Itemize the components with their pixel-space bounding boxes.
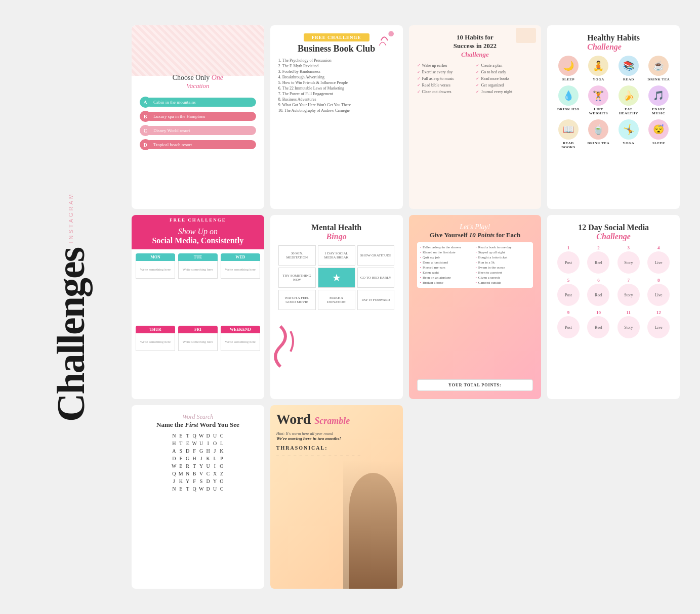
tue-header: TUE: [178, 253, 218, 261]
healthy-habits-title: Healthy Habits Challenge: [587, 33, 640, 52]
day-4: 4 Live: [646, 245, 672, 274]
points-item: Camped outside: [475, 281, 530, 285]
card1-heading: Choose Only One: [173, 74, 223, 82]
letter: Q: [192, 433, 196, 438]
weekend-header: WEEKEND: [221, 326, 260, 333]
letter: P: [219, 456, 224, 461]
icons-grid: 🌙 SLEEP 🧘 YOGA 📚 READ ☕ DRINK TEA 💧: [555, 56, 672, 149]
word-scramble-card: Word Scramble Hint: It's warm here all y…: [270, 405, 403, 589]
letter: O: [219, 463, 224, 469]
points-item: Been to a protest: [475, 271, 530, 275]
letter: J: [213, 448, 217, 454]
twelve-day-title: 12 Day Social Media Challenge: [578, 223, 649, 241]
sleep-icon: 🌙: [558, 56, 579, 76]
letter: C: [205, 471, 210, 476]
letter: N: [172, 433, 176, 438]
person-silhouette: [349, 473, 397, 589]
letter: O: [219, 478, 224, 484]
habit-icon-books: 📖 READ BOOKS: [555, 119, 581, 149]
twelve-day-card: 12 Day Social Media Challenge 1 Post 2 R…: [547, 215, 680, 399]
letter: D: [205, 486, 210, 492]
weights-icon: 🏋️: [588, 85, 608, 106]
yoga-icon: 🧘: [588, 56, 608, 76]
give-points-heading: Give Yourself 10 Points for Each: [417, 231, 533, 239]
fri-header: FRI: [178, 326, 218, 333]
bingo-star-cell: ★: [318, 268, 355, 288]
mon-header: MON: [136, 253, 175, 261]
book-item: 6. The 22 Immutable Laws of Marketing: [278, 86, 395, 91]
letter: H: [192, 456, 196, 461]
book-item: 3. Fooled by Randomness: [278, 69, 395, 74]
cards-grid: Choose Only One Vacation A Cabin in the …: [127, 20, 685, 594]
book-item: 9. What Got Your Here Won't Get You Ther…: [278, 103, 395, 107]
card-bg-decor: [132, 25, 264, 76]
option-text-c: Disney World resort: [145, 126, 256, 135]
bingo-cell: TRY SOMETHING NEW: [278, 268, 316, 288]
day-2-circle: Reel: [587, 251, 609, 274]
letter: W: [172, 463, 176, 469]
instagram-label: INSTAGRAM: [68, 192, 74, 243]
card1-subheading: Vacation: [186, 82, 210, 90]
letter: I: [205, 441, 210, 446]
habit-icon-water: 💧 DRINK H2O: [555, 85, 581, 115]
habit-item: Exercise every day: [417, 70, 474, 74]
book-item: 7. The Power of Full Engagement: [278, 92, 395, 96]
habit-icon-coffee: 🍵 DRINK TEA: [586, 119, 611, 149]
day-mon: MON Write something here: [136, 253, 175, 323]
letter: Q: [192, 486, 196, 492]
habit-icon-sleep: 🌙 SLEEP: [555, 56, 581, 81]
habit-item: Read bible verses: [417, 83, 474, 87]
habit-item: Journal every night: [476, 90, 533, 94]
book-item: 2. The E-Myth Revisited: [278, 64, 395, 68]
book-item: 5. How to Win Friends & Influence People: [278, 80, 395, 85]
habit-item: Get organized: [476, 83, 533, 87]
letter: H: [172, 441, 176, 446]
mental-health-title: Mental Health Bingo: [278, 223, 395, 241]
word-search-card: Word Search Name the First Word You See …: [132, 405, 264, 589]
day-weekend: WEEKEND Write something here: [221, 326, 260, 395]
habit-icon-food: 🍌 EAT HEALTHY: [615, 85, 641, 115]
day-8: 8 Live: [646, 278, 672, 306]
letter: C: [219, 433, 224, 438]
bingo-cell: WATCH A FEEL GOOD MOVIE: [278, 290, 316, 310]
vacation-option-b: B Luxury spa in the Hamptons: [140, 111, 256, 122]
letter: D: [185, 448, 190, 454]
left-title-area: INSTAGRAM Challenges: [15, 20, 127, 594]
letter: T: [192, 463, 196, 469]
option-letter-d: D: [140, 139, 151, 150]
letter: U: [213, 433, 217, 438]
day-10-circle: Reel: [587, 316, 609, 338]
points-list: Fallen asleep in the shower Read a book …: [417, 242, 533, 288]
bingo-cell: SHOW GRATITUDE: [357, 245, 395, 266]
letter: W: [199, 486, 203, 492]
letter: W: [199, 433, 203, 438]
day-7: 7 Story: [615, 278, 641, 306]
letter: Q: [172, 471, 176, 476]
mon-content: Write something here: [136, 261, 175, 279]
day-11: 11 Story: [615, 310, 641, 338]
points-item: Done a handstand: [420, 260, 475, 265]
letter: W: [192, 441, 196, 446]
letter: D: [205, 433, 210, 438]
social-media-card: FREE CHALLENGE Show Up on Social Media, …: [132, 215, 264, 399]
letter: R: [185, 463, 190, 469]
habit-icon-tea: ☕ DRINK TEA: [646, 56, 672, 81]
schedule-grid: MON Write something here TUE Write somet…: [132, 249, 264, 399]
points-item: Bought a lotto ticket: [475, 255, 530, 259]
points-item: Pierced my ears: [420, 266, 475, 270]
svg-point-0: [388, 31, 394, 36]
hint-bold: We're moving here in two months!: [276, 436, 397, 441]
day-11-circle: Story: [617, 316, 640, 338]
day-1: 1 Post: [555, 245, 581, 274]
letter: H: [205, 448, 210, 454]
letter: K: [205, 456, 210, 461]
bingo-cell: PAY IT FORWARD: [357, 290, 395, 310]
letter: F: [192, 448, 196, 454]
social-media-header: Show Up on Social Media, Consistently: [132, 225, 264, 249]
day-12-circle: Live: [647, 316, 670, 338]
day-5-circle: Post: [557, 284, 580, 306]
points-item: Stayed up all night: [475, 250, 530, 254]
option-text-a: Cabin in the mountains: [145, 98, 256, 107]
letter: U: [213, 486, 217, 492]
letter: J: [172, 478, 176, 484]
